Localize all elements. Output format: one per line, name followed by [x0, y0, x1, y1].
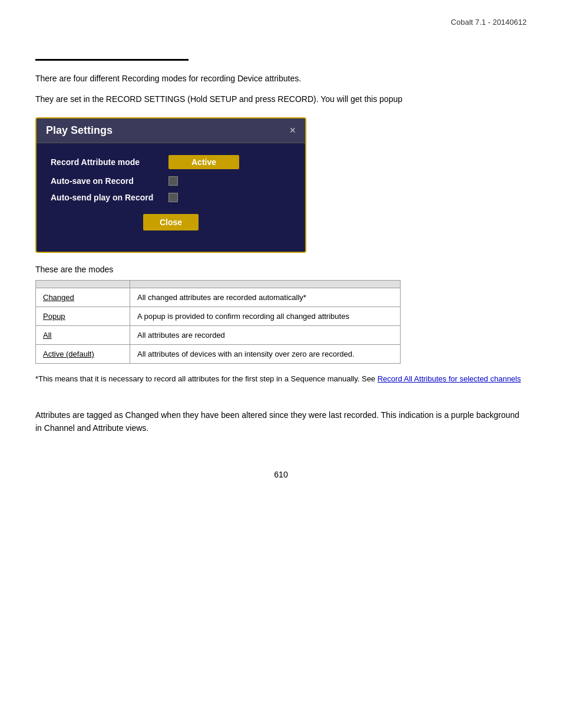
section-divider	[35, 59, 189, 61]
dialog-footer: Close	[51, 209, 291, 240]
col-header-name	[36, 281, 130, 288]
mode-name-changed: Changed	[36, 288, 130, 307]
col-header-desc	[130, 281, 401, 288]
footnote-text: *This means that it is necessary to reco…	[35, 374, 378, 383]
modes-intro: These are the modes	[35, 265, 527, 274]
intro-line2: They are set in the RECORD SETTINGS (Hol…	[35, 93, 527, 106]
modes-table: Changed All changed attributes are recor…	[35, 280, 401, 364]
version-header: Cobalt 7.1 - 20140612	[451, 18, 527, 27]
auto-send-row: Auto-send play on Record	[51, 193, 291, 202]
close-button[interactable]: Close	[143, 214, 199, 230]
auto-send-checkbox[interactable]	[168, 193, 178, 202]
dialog-content: Record Attribute mode Active Auto-save o…	[37, 143, 305, 252]
changed-section: Attributes are tagged as Changed when th…	[35, 409, 527, 435]
table-row: Changed All changed attributes are recor…	[36, 288, 401, 307]
page-container: Cobalt 7.1 - 20140612 There are four dif…	[0, 0, 562, 728]
version-text: Cobalt 7.1 - 20140612	[451, 18, 527, 27]
mode-name-all: All	[36, 326, 130, 345]
play-settings-dialog: Play Settings × Record Attribute mode Ac…	[35, 117, 306, 253]
auto-save-label: Auto-save on Record	[51, 176, 168, 186]
footnote: *This means that it is necessary to reco…	[35, 373, 527, 385]
auto-save-row: Auto-save on Record	[51, 176, 291, 186]
mode-name-active: Active (default)	[36, 345, 130, 364]
table-row: Popup A popup is provided to confirm rec…	[36, 307, 401, 326]
active-badge[interactable]: Active	[168, 155, 239, 169]
record-mode-label: Record Attribute mode	[51, 157, 168, 167]
mode-desc-popup: A popup is provided to confirm recording…	[130, 307, 401, 326]
mode-desc-changed: All changed attributes are recorded auto…	[130, 288, 401, 307]
mode-name-popup: Popup	[36, 307, 130, 326]
mode-desc-active: All attributes of devices with an intens…	[130, 345, 401, 364]
dialog-title: Play Settings	[46, 124, 113, 137]
table-row: Active (default) All attributes of devic…	[36, 345, 401, 364]
dialog-wrapper: Play Settings × Record Attribute mode Ac…	[35, 117, 527, 253]
intro-line1: There are four different Recording modes…	[35, 73, 527, 85]
changed-text: Attributes are tagged as Changed when th…	[35, 409, 527, 435]
auto-send-label: Auto-send play on Record	[51, 193, 168, 202]
mode-desc-all: All attributes are recorded	[130, 326, 401, 345]
dialog-close-icon[interactable]: ×	[289, 124, 296, 137]
footnote-link[interactable]: Record All Attributes for selected chann…	[378, 374, 521, 383]
auto-save-checkbox[interactable]	[168, 176, 178, 186]
table-row: All All attributes are recorded	[36, 326, 401, 345]
page-number: 610	[35, 470, 527, 479]
dialog-titlebar: Play Settings ×	[37, 118, 305, 143]
record-mode-row: Record Attribute mode Active	[51, 155, 291, 169]
